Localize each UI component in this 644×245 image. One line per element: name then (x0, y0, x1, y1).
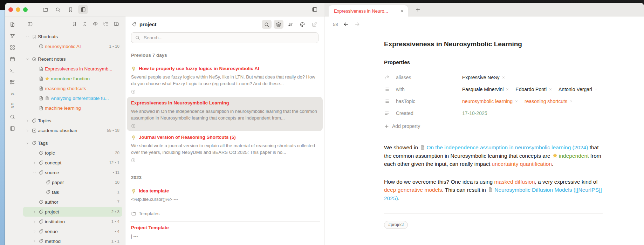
property-value-chip[interactable]: reasoning shortcuts (525, 98, 573, 104)
chevron-down-icon[interactable] (25, 141, 30, 145)
bookmark-button[interactable] (66, 5, 75, 14)
ribbon-binary-button[interactable]: 0110 (8, 102, 17, 109)
sidebar-item-source[interactable]: source• 11 (23, 168, 122, 177)
tag-icon (132, 22, 137, 27)
ribbon-templater-button[interactable]: <% (8, 90, 17, 97)
search-box[interactable] (131, 32, 318, 43)
remove-value-icon[interactable] (506, 88, 509, 91)
sidebar-item-shortcuts[interactable]: Shortcuts (23, 32, 122, 41)
traffic-light-minimize[interactable] (16, 7, 20, 12)
traffic-lights (8, 7, 28, 12)
ribbon-book-button[interactable] (8, 125, 17, 132)
remove-value-icon[interactable] (549, 88, 552, 91)
palette-button[interactable] (297, 20, 307, 29)
internal-link[interactable]: On the independence assumption in neuros… (426, 144, 588, 150)
tab-active[interactable]: Expressiveness in Neuro... (329, 5, 408, 16)
ribbon-search-button[interactable] (8, 114, 17, 120)
chevron-right-icon[interactable] (32, 161, 37, 165)
remove-value-icon[interactable] (569, 100, 573, 103)
search-button[interactable] (53, 5, 63, 14)
chevron-right-icon[interactable] (25, 119, 30, 123)
sidebar-item-concept[interactable]: concept12 • 1 (23, 158, 122, 168)
sidebar-item-paper[interactable]: paper10 (23, 177, 122, 187)
property-row-hastopic[interactable]: hasTopicneurosymbolic learningreasoning … (384, 95, 603, 107)
eye-button[interactable] (90, 20, 101, 28)
note-card-project-template[interactable]: Project Templatej --- (127, 222, 323, 242)
sidebar-item-topics[interactable]: Topics (23, 116, 122, 125)
internal-link[interactable]: masked diffusion (494, 179, 535, 185)
sort-desc-button[interactable] (286, 20, 295, 29)
sidebar-item-academic-obsidian[interactable]: academic-obsidian55 • 18 (23, 125, 122, 135)
property-value-chip[interactable]: Antonio Vergari (559, 87, 598, 92)
chevron-right-icon[interactable] (32, 230, 37, 233)
collapse-vertical-button[interactable] (80, 20, 90, 28)
layers-button[interactable] (274, 20, 283, 29)
property-row-created[interactable]: Created17-10-2025 (384, 107, 603, 119)
ribbon-calendar-button[interactable] (8, 56, 17, 62)
chevron-down-icon[interactable] (32, 171, 37, 175)
remove-value-icon[interactable] (515, 100, 518, 103)
bookmark-button[interactable] (69, 20, 80, 28)
journal-button[interactable] (78, 5, 88, 14)
sidebar-item-monotone-function[interactable]: monotone function (23, 74, 122, 83)
folder-plus-button[interactable] (111, 20, 122, 28)
property-row-aliases[interactable]: aliasesExpressive NeSy (384, 72, 603, 83)
property-value-chip[interactable]: Pasquale Minervini (462, 87, 509, 92)
property-value-chip[interactable]: Edoardo Ponti (515, 87, 552, 92)
property-value-chip[interactable]: neurosymbolic learning (462, 98, 518, 104)
remove-value-icon[interactable] (502, 76, 505, 79)
sidebar-item-reasoning-shortcuts[interactable]: reasoning shortcuts (23, 83, 122, 93)
ribbon-list-details-button[interactable] (8, 79, 17, 86)
remove-value-icon[interactable] (594, 88, 598, 91)
sidebar-item-method[interactable]: method1 • 1 (23, 236, 122, 245)
chevron-right-icon[interactable] (32, 210, 37, 214)
sidebar-item-recent-notes[interactable]: Recent notes (23, 54, 122, 64)
note-tag-pill[interactable]: #project (384, 221, 408, 229)
ribbon-layout-grid-button[interactable] (8, 44, 17, 51)
internal-link[interactable]: deep generative models (384, 187, 442, 193)
search-button[interactable] (262, 20, 272, 29)
right-panel-toggle-button[interactable] (310, 5, 320, 14)
new-tab-button[interactable] (415, 7, 421, 13)
chevron-down-icon[interactable] (25, 35, 30, 39)
tab-close-icon[interactable] (400, 9, 404, 13)
chevron-right-icon[interactable] (25, 129, 30, 132)
back-arrow-icon[interactable] (343, 21, 349, 27)
edit-button[interactable] (309, 20, 319, 29)
folder-button[interactable] (40, 5, 50, 14)
forward-arrow-icon[interactable] (354, 21, 360, 27)
sidebar-item-institution[interactable]: institution1 • 4 (23, 217, 122, 226)
internal-link[interactable]: uncertainty quantification (492, 161, 552, 167)
search-input[interactable] (143, 35, 315, 41)
traffic-light-zoom[interactable] (23, 7, 28, 12)
sidebar-item-venue[interactable]: venue• 4 (23, 226, 122, 236)
note-card-how-to-properly-use-fuzzy-logics-in-neurosymbolic-ai[interactable]: How to properly use fuzzy logics in Neur… (127, 62, 323, 97)
ribbon-terminal-button[interactable] (8, 67, 17, 74)
internal-link[interactable]: independent (559, 153, 589, 159)
sidebar-item-tags[interactable]: Tags (23, 138, 122, 148)
traffic-light-close[interactable] (8, 7, 13, 12)
add-property-button[interactable]: Add property (384, 123, 603, 129)
list-tree-button[interactable] (101, 20, 111, 28)
property-value-chip[interactable]: Expressive NeSy (462, 75, 505, 80)
sidebar-item-talk[interactable]: talk1 (23, 187, 122, 197)
note-card-journal-version-of-reasoning-shortcuts-5[interactable]: Journal version of Reasoning Shortcuts (… (127, 131, 323, 165)
ribbon-file-search-button[interactable] (8, 21, 17, 28)
note-card-idea-template[interactable]: Idea template<%tp.file.cursor()%> --- (127, 185, 323, 205)
sidebar-item-project[interactable]: project2 • 3 (23, 207, 122, 217)
chevron-right-icon[interactable] (32, 220, 37, 224)
note-card-expressiveness-in-neurosymbolic-learning[interactable]: Expressiveness in Neurosymbolic Learning… (127, 97, 323, 131)
ribbon-graph-button[interactable] (8, 33, 17, 39)
card-title: How to properly use fuzzy logics in Neur… (131, 66, 318, 72)
panel-left-toggle-button[interactable] (25, 20, 35, 28)
sidebar-item-topic[interactable]: topic20 (23, 148, 122, 158)
sidebar-item-expressiveness-in-neurosymb[interactable]: Expressiveness in Neurosymb... (23, 64, 122, 74)
sidebar-item-neurosymbolic-ai[interactable]: neurosymbolic AI1 • 10 (23, 41, 122, 51)
sidebar-item-author[interactable]: author7 (23, 197, 122, 207)
sidebar-item-analyzing-differentiable-fu[interactable]: Analyzing differentiable fu... (23, 93, 122, 103)
sidebar-item-machine-learning[interactable]: machine learning (23, 103, 122, 113)
property-row-with[interactable]: withPasquale MinerviniEdoardo PontiAnton… (384, 83, 603, 95)
chevron-down-icon[interactable] (25, 57, 30, 61)
property-value-date[interactable]: 17-10-2025 (462, 110, 603, 116)
chevron-right-icon[interactable] (32, 239, 37, 243)
